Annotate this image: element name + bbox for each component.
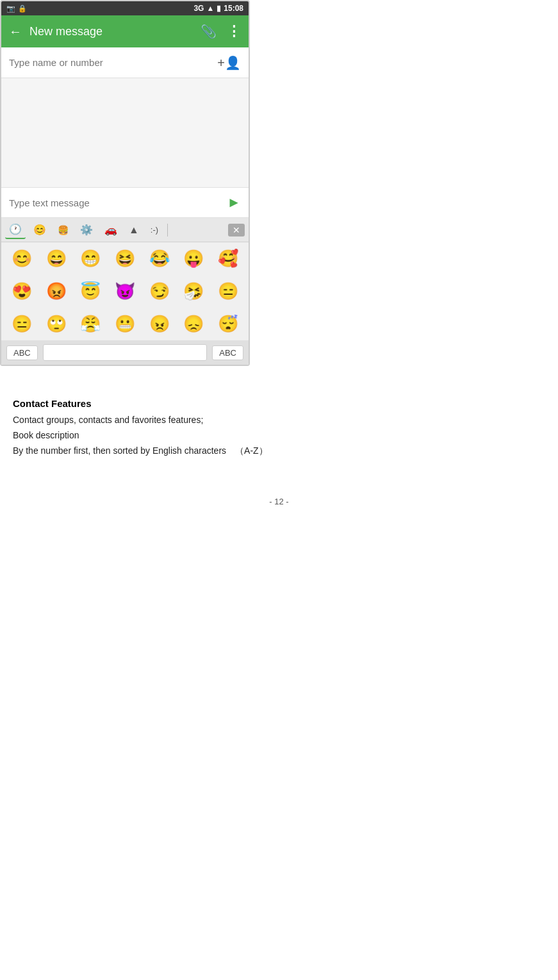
more-icon[interactable]: ⋮ [227, 23, 241, 40]
to-input[interactable] [9, 57, 217, 68]
emoji-tab-objects[interactable]: ⚙️ [76, 221, 97, 238]
add-contact-icon[interactable]: +👤 [217, 55, 241, 71]
emoji-tongue[interactable]: 😛 [177, 246, 211, 271]
emoji-mad[interactable]: 😠 [143, 311, 176, 336]
keyboard-bottom: ABC ABC [1, 340, 249, 365]
emoji-delete-button[interactable]: ✕ [228, 224, 245, 237]
keyboard-abc-right[interactable]: ABC [212, 345, 243, 360]
emoji-laughing[interactable]: 😆 [108, 246, 142, 271]
emoji-grid-row3: 😑 🙄 😤 😬 😠 😞 😴 [1, 308, 249, 340]
battery-icon: ▮ [217, 4, 221, 13]
emoji-heart-eyes[interactable]: 😍 [5, 279, 38, 304]
app-bar-title: New message [29, 25, 193, 38]
status-left: 📷 🔒 [6, 4, 27, 13]
emoji-halo[interactable]: 😇 [74, 279, 107, 304]
emoji-neutral[interactable]: 😑 [5, 311, 38, 336]
emoji-angry[interactable]: 😡 [40, 279, 73, 304]
keyboard-spacebar[interactable] [43, 344, 208, 361]
emoji-tabs: 🕐 😊 🍔 ⚙️ 🚗 ▲ :-) ✕ [1, 218, 249, 242]
emoji-tab-recent[interactable]: 🕐 [5, 220, 26, 239]
attach-icon[interactable]: 📎 [201, 24, 217, 39]
emoji-tab-symbols[interactable]: ▲ [125, 222, 143, 238]
time-display: 15:08 [224, 4, 243, 13]
emoji-disappointed[interactable]: 😞 [177, 311, 211, 336]
emoji-tab-travel[interactable]: 🚗 [101, 221, 121, 238]
keyboard-abc-left[interactable]: ABC [6, 345, 38, 360]
to-field[interactable]: +👤 [1, 47, 249, 78]
emoji-devil[interactable]: 😈 [108, 279, 142, 304]
emoji-keyboard: 🕐 😊 🍔 ⚙️ 🚗 ▲ :-) ✕ 😊 😄 😁 😆 😂 😛 🥰 😍 😡 😇 [1, 218, 249, 365]
doc-section: Contact Features Contact groups, contact… [0, 379, 558, 471]
emoji-tab-smileys[interactable]: 😊 [29, 221, 50, 238]
status-bar: 📷 🔒 3G ▲ ▮ 15:08 [1, 1, 249, 15]
emoji-smile[interactable]: 😊 [5, 246, 38, 271]
text-input-field[interactable] [9, 197, 227, 208]
signal-bars: ▲ [206, 4, 214, 13]
emoji-wink[interactable]: 😏 [143, 279, 176, 304]
emoji-tab-food[interactable]: 🍔 [54, 222, 72, 238]
emoji-grimace[interactable]: 😬 [108, 311, 142, 336]
phone-frame: 📷 🔒 3G ▲ ▮ 15:08 ← New message 📎 ⋮ +👤 ► [0, 0, 250, 366]
emoji-sleepy[interactable]: 😴 [211, 311, 245, 336]
tab-divider [167, 224, 168, 237]
message-area [1, 78, 249, 187]
app-bar: ← New message 📎 ⋮ [1, 15, 249, 47]
back-button[interactable]: ← [9, 24, 22, 39]
emoji-eyeroll[interactable]: 🙄 [40, 311, 73, 336]
send-button[interactable]: ► [227, 194, 241, 211]
emoji-expressionless[interactable]: 😑 [211, 279, 245, 304]
emoji-grid-row2: 😍 😡 😇 😈 😏 🤧 😑 [1, 275, 249, 308]
camera-icon: 📷 [6, 4, 15, 13]
emoji-happy[interactable]: 😄 [40, 246, 73, 271]
doc-heading: Contact Features [13, 398, 545, 409]
emoji-joy[interactable]: 😂 [143, 246, 176, 271]
emoji-sneeze[interactable]: 🤧 [177, 279, 211, 304]
emoji-grid-row1: 😊 😄 😁 😆 😂 😛 🥰 [1, 242, 249, 275]
text-input-bar[interactable]: ► [1, 187, 249, 218]
signal-icon: 3G [193, 4, 204, 13]
doc-line-2: Book description [13, 428, 545, 444]
status-right: 3G ▲ ▮ 15:08 [193, 4, 243, 13]
app-bar-icons: 📎 ⋮ [201, 23, 241, 40]
emoji-grin[interactable]: 😁 [74, 246, 107, 271]
emoji-tab-emoticons[interactable]: :-) [147, 222, 162, 237]
emoji-steam[interactable]: 😤 [74, 311, 107, 336]
lock-icon: 🔒 [18, 4, 27, 13]
page-number: - 12 - [0, 497, 558, 519]
emoji-love[interactable]: 🥰 [211, 246, 245, 271]
doc-line-3: By the number first, then sorted by Engl… [13, 444, 545, 459]
doc-line-1: Contact groups, contacts and favorites f… [13, 413, 545, 428]
